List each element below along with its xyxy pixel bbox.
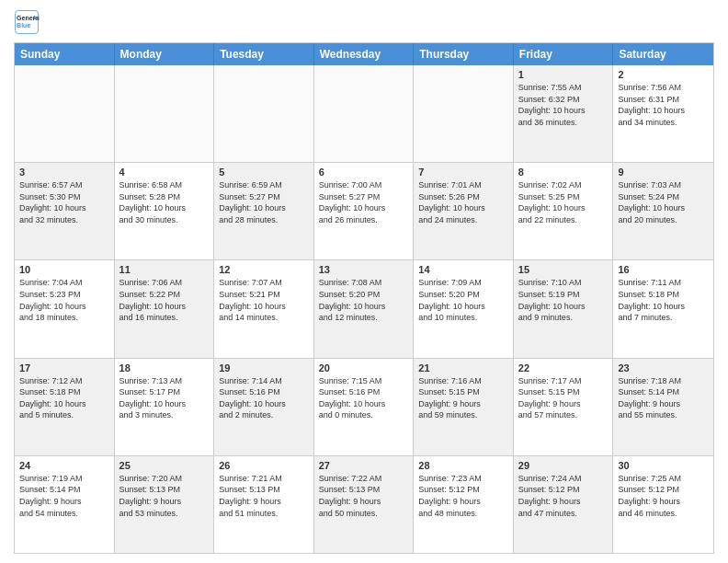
empty-cell	[214, 65, 314, 162]
day-cell-16: 16Sunrise: 7:11 AM Sunset: 5:18 PM Dayli…	[613, 260, 713, 357]
day-cell-20: 20Sunrise: 7:15 AM Sunset: 5:16 PM Dayli…	[314, 359, 415, 455]
day-number: 1	[518, 69, 609, 80]
day-cell-1: 1Sunrise: 7:55 AM Sunset: 6:32 PM Daylig…	[514, 65, 614, 162]
day-number: 10	[19, 264, 109, 275]
day-info: Sunrise: 7:07 AM Sunset: 5:21 PM Dayligh…	[219, 277, 309, 323]
calendar-row-0: 1Sunrise: 7:55 AM Sunset: 6:32 PM Daylig…	[15, 65, 713, 162]
day-cell-2: 2Sunrise: 7:56 AM Sunset: 6:31 PM Daylig…	[613, 65, 713, 162]
weekday-header-friday: Friday	[514, 43, 614, 65]
day-info: Sunrise: 6:59 AM Sunset: 5:27 PM Dayligh…	[219, 179, 309, 225]
day-info: Sunrise: 7:21 AM Sunset: 5:13 PM Dayligh…	[219, 473, 309, 519]
day-info: Sunrise: 7:03 AM Sunset: 5:24 PM Dayligh…	[618, 179, 709, 225]
day-info: Sunrise: 7:15 AM Sunset: 5:16 PM Dayligh…	[319, 375, 409, 421]
day-cell-12: 12Sunrise: 7:07 AM Sunset: 5:21 PM Dayli…	[214, 260, 314, 357]
empty-cell	[115, 65, 215, 162]
day-number: 12	[219, 264, 309, 275]
day-info: Sunrise: 7:25 AM Sunset: 5:12 PM Dayligh…	[618, 473, 709, 519]
calendar-row-3: 17Sunrise: 7:12 AM Sunset: 5:18 PM Dayli…	[15, 358, 713, 455]
day-number: 6	[319, 167, 409, 178]
day-number: 25	[119, 460, 210, 471]
day-cell-19: 19Sunrise: 7:14 AM Sunset: 5:16 PM Dayli…	[214, 359, 314, 455]
svg-text:Blue: Blue	[17, 22, 30, 29]
calendar-row-2: 10Sunrise: 7:04 AM Sunset: 5:23 PM Dayli…	[15, 259, 713, 357]
day-info: Sunrise: 7:02 AM Sunset: 5:25 PM Dayligh…	[518, 179, 609, 225]
day-number: 22	[518, 362, 609, 373]
calendar-row-1: 3Sunrise: 6:57 AM Sunset: 5:30 PM Daylig…	[15, 162, 713, 259]
calendar-row-4: 24Sunrise: 7:19 AM Sunset: 5:14 PM Dayli…	[15, 455, 713, 553]
empty-cell	[314, 65, 415, 162]
day-cell-23: 23Sunrise: 7:18 AM Sunset: 5:14 PM Dayli…	[613, 359, 713, 455]
day-info: Sunrise: 6:58 AM Sunset: 5:28 PM Dayligh…	[119, 179, 210, 225]
day-number: 14	[418, 264, 508, 275]
logo: General Blue	[14, 9, 43, 35]
day-info: Sunrise: 7:10 AM Sunset: 5:19 PM Dayligh…	[518, 277, 609, 323]
empty-cell	[414, 65, 514, 162]
weekday-header-wednesday: Wednesday	[314, 43, 415, 65]
day-number: 9	[618, 167, 709, 178]
day-info: Sunrise: 7:09 AM Sunset: 5:20 PM Dayligh…	[418, 277, 508, 323]
calendar-body: 1Sunrise: 7:55 AM Sunset: 6:32 PM Daylig…	[15, 65, 713, 553]
day-number: 17	[19, 362, 109, 373]
day-number: 15	[518, 264, 609, 275]
day-info: Sunrise: 7:18 AM Sunset: 5:14 PM Dayligh…	[618, 375, 709, 421]
day-number: 28	[418, 460, 508, 471]
day-cell-28: 28Sunrise: 7:23 AM Sunset: 5:12 PM Dayli…	[414, 456, 514, 553]
day-cell-6: 6Sunrise: 7:00 AM Sunset: 5:27 PM Daylig…	[314, 163, 415, 259]
day-number: 4	[119, 167, 210, 178]
day-info: Sunrise: 7:11 AM Sunset: 5:18 PM Dayligh…	[618, 277, 709, 323]
day-cell-18: 18Sunrise: 7:13 AM Sunset: 5:17 PM Dayli…	[115, 359, 215, 455]
day-number: 26	[219, 460, 309, 471]
day-number: 24	[19, 460, 109, 471]
day-cell-25: 25Sunrise: 7:20 AM Sunset: 5:13 PM Dayli…	[115, 456, 215, 553]
day-cell-10: 10Sunrise: 7:04 AM Sunset: 5:23 PM Dayli…	[15, 260, 115, 357]
day-cell-30: 30Sunrise: 7:25 AM Sunset: 5:12 PM Dayli…	[613, 456, 713, 553]
day-cell-29: 29Sunrise: 7:24 AM Sunset: 5:12 PM Dayli…	[514, 456, 614, 553]
weekday-header-tuesday: Tuesday	[214, 43, 314, 65]
day-cell-15: 15Sunrise: 7:10 AM Sunset: 5:19 PM Dayli…	[514, 260, 614, 357]
day-cell-5: 5Sunrise: 6:59 AM Sunset: 5:27 PM Daylig…	[214, 163, 314, 259]
weekday-header-saturday: Saturday	[613, 43, 713, 65]
day-cell-8: 8Sunrise: 7:02 AM Sunset: 5:25 PM Daylig…	[514, 163, 614, 259]
day-number: 7	[418, 167, 508, 178]
day-info: Sunrise: 7:19 AM Sunset: 5:14 PM Dayligh…	[19, 473, 109, 519]
calendar-header: SundayMondayTuesdayWednesdayThursdayFrid…	[15, 43, 713, 65]
day-info: Sunrise: 7:55 AM Sunset: 6:32 PM Dayligh…	[518, 82, 609, 128]
day-cell-7: 7Sunrise: 7:01 AM Sunset: 5:26 PM Daylig…	[414, 163, 514, 259]
day-number: 30	[618, 460, 709, 471]
day-info: Sunrise: 7:01 AM Sunset: 5:26 PM Dayligh…	[418, 179, 508, 225]
day-number: 21	[418, 362, 508, 373]
logo-icon: General Blue	[14, 9, 40, 35]
day-info: Sunrise: 7:13 AM Sunset: 5:17 PM Dayligh…	[119, 375, 210, 421]
day-cell-13: 13Sunrise: 7:08 AM Sunset: 5:20 PM Dayli…	[314, 260, 415, 357]
weekday-header-thursday: Thursday	[414, 43, 514, 65]
day-cell-24: 24Sunrise: 7:19 AM Sunset: 5:14 PM Dayli…	[15, 456, 115, 553]
day-number: 23	[618, 362, 709, 373]
day-number: 20	[319, 362, 409, 373]
day-cell-27: 27Sunrise: 7:22 AM Sunset: 5:13 PM Dayli…	[314, 456, 415, 553]
day-cell-17: 17Sunrise: 7:12 AM Sunset: 5:18 PM Dayli…	[15, 359, 115, 455]
day-info: Sunrise: 7:23 AM Sunset: 5:12 PM Dayligh…	[418, 473, 508, 519]
day-number: 19	[219, 362, 309, 373]
day-info: Sunrise: 7:14 AM Sunset: 5:16 PM Dayligh…	[219, 375, 309, 421]
weekday-header-monday: Monday	[115, 43, 215, 65]
day-cell-9: 9Sunrise: 7:03 AM Sunset: 5:24 PM Daylig…	[613, 163, 713, 259]
day-info: Sunrise: 7:06 AM Sunset: 5:22 PM Dayligh…	[119, 277, 210, 323]
day-info: Sunrise: 7:04 AM Sunset: 5:23 PM Dayligh…	[19, 277, 109, 323]
day-info: Sunrise: 7:22 AM Sunset: 5:13 PM Dayligh…	[319, 473, 409, 519]
day-info: Sunrise: 7:56 AM Sunset: 6:31 PM Dayligh…	[618, 82, 709, 128]
day-number: 27	[319, 460, 409, 471]
day-cell-11: 11Sunrise: 7:06 AM Sunset: 5:22 PM Dayli…	[115, 260, 215, 357]
weekday-header-sunday: Sunday	[15, 43, 115, 65]
day-info: Sunrise: 7:20 AM Sunset: 5:13 PM Dayligh…	[119, 473, 210, 519]
day-cell-26: 26Sunrise: 7:21 AM Sunset: 5:13 PM Dayli…	[214, 456, 314, 553]
day-cell-4: 4Sunrise: 6:58 AM Sunset: 5:28 PM Daylig…	[115, 163, 215, 259]
day-cell-21: 21Sunrise: 7:16 AM Sunset: 5:15 PM Dayli…	[414, 359, 514, 455]
day-cell-14: 14Sunrise: 7:09 AM Sunset: 5:20 PM Dayli…	[414, 260, 514, 357]
day-cell-3: 3Sunrise: 6:57 AM Sunset: 5:30 PM Daylig…	[15, 163, 115, 259]
day-number: 18	[119, 362, 210, 373]
day-info: Sunrise: 7:00 AM Sunset: 5:27 PM Dayligh…	[319, 179, 409, 225]
day-number: 3	[19, 167, 109, 178]
empty-cell	[15, 65, 115, 162]
calendar: SundayMondayTuesdayWednesdayThursdayFrid…	[14, 42, 714, 554]
day-info: Sunrise: 6:57 AM Sunset: 5:30 PM Dayligh…	[19, 179, 109, 225]
